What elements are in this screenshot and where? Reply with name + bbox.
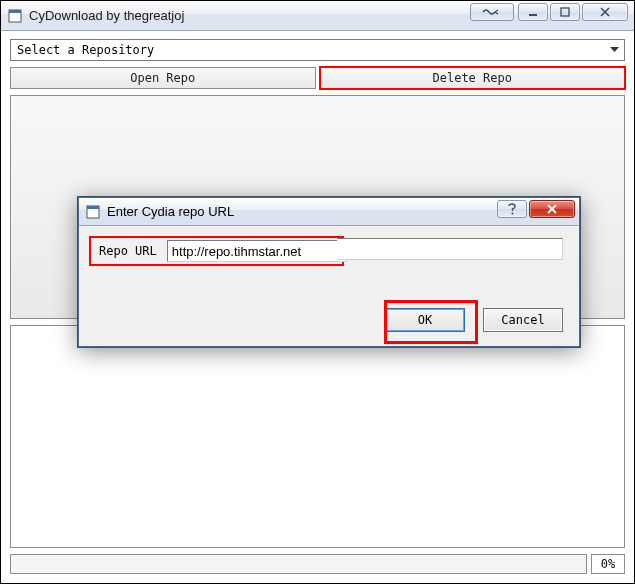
client-area: Select a Repository Open Repo Delete Rep… (1, 31, 634, 583)
dialog-titlebar: Enter Cydia repo URL (79, 198, 579, 226)
assist-button[interactable] (470, 3, 514, 21)
status-row: 0% (10, 554, 625, 574)
svg-rect-5 (87, 206, 99, 209)
repo-url-label: Repo URL (95, 242, 161, 260)
repo-url-input[interactable] (337, 238, 563, 260)
cancel-label: Cancel (501, 313, 544, 327)
progress-bar (10, 554, 587, 574)
main-titlebar: CyDownload by thegreatjoj (1, 1, 634, 31)
url-field-highlight: Repo URL http://repo.tihmstar.net (89, 236, 344, 266)
dialog-window-controls (497, 200, 575, 218)
open-repo-button[interactable]: Open Repo (10, 67, 316, 89)
ok-button[interactable]: OK (385, 308, 465, 332)
svg-rect-2 (529, 14, 537, 16)
dialog-body: Repo URL http://repo.tihmstar.net OK Can… (79, 226, 579, 346)
open-repo-label: Open Repo (130, 71, 195, 85)
repo-url-dialog: Enter Cydia repo URL Repo URL http://rep… (78, 197, 580, 347)
chevron-down-icon (606, 42, 622, 58)
dialog-help-button[interactable] (497, 200, 527, 218)
dialog-app-icon (85, 204, 101, 220)
close-button[interactable] (582, 3, 628, 21)
dialog-close-button[interactable] (529, 200, 575, 218)
svg-rect-1 (9, 10, 21, 13)
svg-point-6 (512, 212, 514, 214)
repo-url-value: http://repo.tihmstar.net (172, 244, 301, 259)
repo-button-row: Open Repo Delete Repo (10, 67, 625, 89)
content-panel (10, 325, 625, 549)
cancel-button[interactable]: Cancel (483, 308, 563, 332)
delete-repo-button[interactable]: Delete Repo (320, 67, 626, 89)
minimize-button[interactable] (518, 3, 548, 21)
ok-label: OK (418, 313, 432, 327)
maximize-button[interactable] (550, 3, 580, 21)
app-icon (7, 8, 23, 24)
app-title: CyDownload by thegreatjoj (29, 8, 184, 23)
progress-pct: 0% (591, 554, 625, 574)
window-controls (518, 3, 628, 21)
dialog-title: Enter Cydia repo URL (107, 204, 234, 219)
svg-rect-3 (561, 8, 569, 16)
repo-dropdown[interactable]: Select a Repository (10, 39, 625, 61)
dialog-button-row: OK Cancel (385, 308, 563, 332)
repo-url-input-left[interactable]: http://repo.tihmstar.net (167, 240, 347, 262)
delete-repo-label: Delete Repo (433, 71, 512, 85)
repo-dropdown-value: Select a Repository (17, 43, 154, 57)
